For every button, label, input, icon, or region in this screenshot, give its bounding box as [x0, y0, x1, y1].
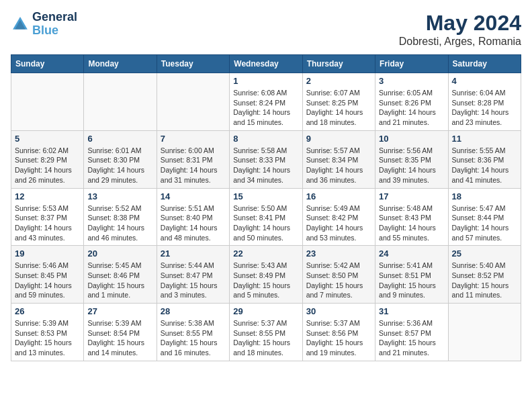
logo-line2: Blue	[32, 24, 77, 38]
day-number: 13	[87, 191, 152, 201]
calendar-cell	[84, 73, 157, 131]
calendar-cell: 7Sunrise: 6:00 AM Sunset: 8:31 PM Daylig…	[157, 130, 229, 188]
day-info: Sunrise: 5:46 AM Sunset: 8:45 PM Dayligh…	[15, 261, 80, 300]
day-info: Sunrise: 5:37 AM Sunset: 8:55 PM Dayligh…	[233, 318, 298, 358]
day-info: Sunrise: 5:38 AM Sunset: 8:55 PM Dayligh…	[161, 318, 226, 358]
day-info: Sunrise: 5:52 AM Sunset: 8:38 PM Dayligh…	[87, 203, 152, 243]
weekday-header: Tuesday	[157, 55, 229, 73]
title-section: May 2024 Dobresti, Arges, Romania	[399, 11, 521, 48]
weekday-header: Monday	[84, 55, 157, 73]
calendar-cell: 10Sunrise: 5:56 AM Sunset: 8:35 PM Dayli…	[375, 130, 448, 188]
day-number: 1	[233, 76, 298, 86]
day-info: Sunrise: 6:07 AM Sunset: 8:25 PM Dayligh…	[306, 88, 371, 128]
calendar-cell: 13Sunrise: 5:52 AM Sunset: 8:38 PM Dayli…	[84, 188, 157, 246]
calendar-cell: 6Sunrise: 6:01 AM Sunset: 8:30 PM Daylig…	[84, 130, 157, 188]
calendar-cell: 27Sunrise: 5:39 AM Sunset: 8:54 PM Dayli…	[84, 304, 157, 361]
day-number: 27	[87, 306, 152, 316]
calendar-cell: 23Sunrise: 5:42 AM Sunset: 8:50 PM Dayli…	[302, 246, 375, 304]
calendar-cell	[448, 304, 521, 361]
day-number: 29	[233, 306, 298, 316]
calendar-cell: 30Sunrise: 5:37 AM Sunset: 8:56 PM Dayli…	[302, 304, 375, 361]
day-info: Sunrise: 6:08 AM Sunset: 8:24 PM Dayligh…	[233, 88, 298, 128]
day-info: Sunrise: 5:43 AM Sunset: 8:49 PM Dayligh…	[233, 261, 298, 300]
day-info: Sunrise: 5:49 AM Sunset: 8:42 PM Dayligh…	[306, 203, 371, 243]
calendar-cell: 28Sunrise: 5:38 AM Sunset: 8:55 PM Dayli…	[157, 304, 229, 361]
day-info: Sunrise: 5:37 AM Sunset: 8:56 PM Dayligh…	[306, 318, 371, 358]
day-info: Sunrise: 5:48 AM Sunset: 8:43 PM Dayligh…	[379, 203, 444, 243]
calendar-week-row: 19Sunrise: 5:46 AM Sunset: 8:45 PM Dayli…	[11, 246, 521, 304]
calendar-cell: 1Sunrise: 6:08 AM Sunset: 8:24 PM Daylig…	[230, 73, 302, 131]
calendar-week-row: 1Sunrise: 6:08 AM Sunset: 8:24 PM Daylig…	[11, 73, 521, 131]
calendar-week-row: 5Sunrise: 6:02 AM Sunset: 8:29 PM Daylig…	[11, 130, 521, 188]
day-info: Sunrise: 5:39 AM Sunset: 8:53 PM Dayligh…	[15, 318, 80, 358]
page-header: General Blue May 2024 Dobresti, Arges, R…	[11, 11, 521, 48]
weekday-header: Wednesday	[230, 55, 302, 73]
day-number: 30	[306, 306, 371, 316]
day-number: 24	[379, 248, 444, 259]
calendar-cell: 22Sunrise: 5:43 AM Sunset: 8:49 PM Dayli…	[230, 246, 302, 304]
day-info: Sunrise: 5:51 AM Sunset: 8:40 PM Dayligh…	[161, 203, 226, 243]
weekday-header: Friday	[375, 55, 448, 73]
day-info: Sunrise: 5:47 AM Sunset: 8:44 PM Dayligh…	[452, 203, 517, 243]
day-number: 9	[306, 134, 371, 144]
day-number: 28	[161, 306, 226, 316]
calendar-cell: 19Sunrise: 5:46 AM Sunset: 8:45 PM Dayli…	[11, 246, 84, 304]
calendar-cell: 25Sunrise: 5:40 AM Sunset: 8:52 PM Dayli…	[448, 246, 521, 304]
weekday-header-row: SundayMondayTuesdayWednesdayThursdayFrid…	[11, 55, 521, 73]
day-info: Sunrise: 6:02 AM Sunset: 8:29 PM Dayligh…	[15, 146, 80, 185]
calendar-cell: 15Sunrise: 5:50 AM Sunset: 8:41 PM Dayli…	[230, 188, 302, 246]
calendar-cell: 14Sunrise: 5:51 AM Sunset: 8:40 PM Dayli…	[157, 188, 229, 246]
calendar-cell: 12Sunrise: 5:53 AM Sunset: 8:37 PM Dayli…	[11, 188, 84, 246]
calendar-cell	[157, 73, 229, 131]
weekday-header: Thursday	[302, 55, 375, 73]
calendar-table: SundayMondayTuesdayWednesdayThursdayFrid…	[11, 54, 521, 361]
day-number: 3	[379, 76, 444, 86]
calendar-cell: 24Sunrise: 5:41 AM Sunset: 8:51 PM Dayli…	[375, 246, 448, 304]
location-title: Dobresti, Arges, Romania	[399, 36, 521, 48]
calendar-cell	[11, 73, 84, 131]
day-number: 25	[452, 248, 517, 259]
day-number: 14	[161, 191, 226, 201]
month-title: May 2024	[399, 11, 521, 36]
day-info: Sunrise: 6:04 AM Sunset: 8:28 PM Dayligh…	[452, 88, 517, 128]
calendar-cell: 4Sunrise: 6:04 AM Sunset: 8:28 PM Daylig…	[448, 73, 521, 131]
day-info: Sunrise: 5:58 AM Sunset: 8:33 PM Dayligh…	[233, 146, 298, 185]
day-number: 22	[233, 248, 298, 259]
day-info: Sunrise: 5:40 AM Sunset: 8:52 PM Dayligh…	[452, 261, 517, 300]
calendar-cell: 26Sunrise: 5:39 AM Sunset: 8:53 PM Dayli…	[11, 304, 84, 361]
day-number: 4	[452, 76, 517, 86]
day-number: 2	[306, 76, 371, 86]
day-number: 17	[379, 191, 444, 201]
calendar-cell: 9Sunrise: 5:57 AM Sunset: 8:34 PM Daylig…	[302, 130, 375, 188]
day-info: Sunrise: 5:41 AM Sunset: 8:51 PM Dayligh…	[379, 261, 444, 300]
calendar-cell: 16Sunrise: 5:49 AM Sunset: 8:42 PM Dayli…	[302, 188, 375, 246]
day-info: Sunrise: 6:00 AM Sunset: 8:31 PM Dayligh…	[161, 146, 226, 185]
day-number: 20	[87, 248, 152, 259]
day-number: 8	[233, 134, 298, 144]
day-number: 7	[161, 134, 226, 144]
calendar-cell: 2Sunrise: 6:07 AM Sunset: 8:25 PM Daylig…	[302, 73, 375, 131]
day-number: 15	[233, 191, 298, 201]
day-number: 31	[379, 306, 444, 316]
calendar-cell: 20Sunrise: 5:45 AM Sunset: 8:46 PM Dayli…	[84, 246, 157, 304]
day-info: Sunrise: 5:36 AM Sunset: 8:57 PM Dayligh…	[379, 318, 444, 358]
day-info: Sunrise: 6:01 AM Sunset: 8:30 PM Dayligh…	[87, 146, 152, 185]
day-number: 26	[15, 306, 80, 316]
day-info: Sunrise: 5:55 AM Sunset: 8:36 PM Dayligh…	[452, 146, 517, 185]
day-number: 6	[87, 134, 152, 144]
calendar-cell: 11Sunrise: 5:55 AM Sunset: 8:36 PM Dayli…	[448, 130, 521, 188]
calendar-cell: 8Sunrise: 5:58 AM Sunset: 8:33 PM Daylig…	[230, 130, 302, 188]
logo-icon	[11, 15, 30, 34]
day-number: 18	[452, 191, 517, 201]
calendar-cell: 3Sunrise: 6:05 AM Sunset: 8:26 PM Daylig…	[375, 73, 448, 131]
day-number: 10	[379, 134, 444, 144]
weekday-header: Saturday	[448, 55, 521, 73]
day-number: 19	[15, 248, 80, 259]
day-info: Sunrise: 5:42 AM Sunset: 8:50 PM Dayligh…	[306, 261, 371, 300]
calendar-cell: 18Sunrise: 5:47 AM Sunset: 8:44 PM Dayli…	[448, 188, 521, 246]
day-info: Sunrise: 6:05 AM Sunset: 8:26 PM Dayligh…	[379, 88, 444, 128]
weekday-header: Sunday	[11, 55, 84, 73]
calendar-week-row: 26Sunrise: 5:39 AM Sunset: 8:53 PM Dayli…	[11, 304, 521, 361]
day-info: Sunrise: 5:53 AM Sunset: 8:37 PM Dayligh…	[15, 203, 80, 243]
day-info: Sunrise: 5:56 AM Sunset: 8:35 PM Dayligh…	[379, 146, 444, 185]
